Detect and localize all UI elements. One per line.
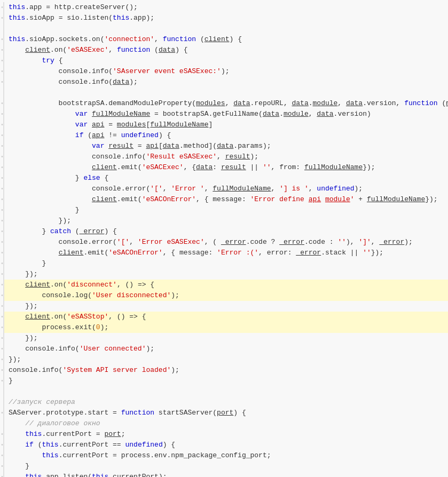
line-code: });	[4, 354, 448, 365]
line-code: }	[4, 205, 448, 216]
line-gutter	[0, 280, 4, 290]
code-line: }	[0, 461, 448, 472]
line-gutter	[0, 237, 4, 248]
code-line: } else {	[0, 173, 448, 184]
code-line: //запуск сервера	[0, 397, 448, 408]
line-gutter	[0, 66, 4, 77]
line-gutter	[0, 120, 4, 130]
code-line: this.sioApp.sockets.on('connection', fun…	[0, 34, 448, 45]
line-gutter	[0, 322, 4, 333]
code-line: client.on('eSASExec', function (data) {	[0, 45, 448, 55]
code-line: }	[0, 205, 448, 216]
code-line	[0, 88, 448, 98]
code-line: console.error('[', 'Error eSASExec', ( _…	[0, 237, 448, 248]
line-gutter	[0, 429, 4, 440]
line-code: if (api != undefined) {	[4, 130, 448, 141]
code-line: client.emit('eSACOnError', { message: 'E…	[0, 194, 448, 205]
code-line: bootstrapSA.demandModuleProperty(modules…	[0, 98, 448, 109]
line-code: client.on('eSASExec', function (data) {	[4, 45, 448, 55]
line-gutter	[0, 290, 4, 301]
line-gutter	[0, 258, 4, 269]
line-code: var fullModuleName = bootstrapSA.getFull…	[4, 109, 448, 120]
line-gutter	[0, 344, 4, 354]
code-editor: this.app = http.createServer();this.sioA…	[0, 0, 448, 477]
code-line: // диалоговое окно	[0, 418, 448, 429]
line-code: client.emit('eSACOnError', { message: 'E…	[4, 248, 448, 258]
code-line: this.currentPort = process.env.npm_packa…	[0, 450, 448, 461]
line-gutter	[0, 461, 4, 472]
line-gutter	[0, 109, 4, 120]
line-code	[4, 88, 448, 98]
line-code: client.on('eSASStop', () => {	[4, 312, 448, 322]
line-code: console.info('User connected');	[4, 344, 448, 354]
line-code: });	[4, 333, 448, 344]
line-code: try {	[4, 55, 448, 66]
code-line: }	[0, 376, 448, 386]
code-line: var result = api[data.method](data.param…	[0, 141, 448, 152]
line-gutter	[0, 376, 4, 386]
line-gutter	[0, 162, 4, 173]
line-code: this.sioApp = sio.listen(this.app);	[4, 13, 448, 23]
line-gutter	[0, 312, 4, 322]
code-line: console.info('Result eSASExec', result);	[0, 152, 448, 162]
line-gutter	[0, 23, 4, 34]
line-code: bootstrapSA.demandModuleProperty(modules…	[4, 98, 448, 109]
line-gutter	[0, 130, 4, 141]
line-code: // диалоговое окно	[4, 418, 448, 429]
code-line: client.emit('eSACOnError', { message: 'E…	[0, 248, 448, 258]
line-code: this.app = http.createServer();	[4, 2, 448, 13]
line-code: console.log('User disconnected');	[4, 290, 448, 301]
code-line: client.on('eSASStop', () => {	[0, 312, 448, 322]
line-code: var result = api[data.method](data.param…	[4, 141, 448, 152]
line-gutter	[0, 152, 4, 162]
line-code: process.exit(0);	[4, 322, 448, 333]
code-line: var fullModuleName = bootstrapSA.getFull…	[0, 109, 448, 120]
line-gutter	[0, 418, 4, 429]
line-gutter	[0, 141, 4, 152]
line-code: this.app.listen(this.currentPort);	[4, 472, 448, 477]
line-code: console.error('[', 'Error eSASExec', ( _…	[4, 237, 448, 248]
line-code: console.info('SAserver event eSASExec:')…	[4, 66, 448, 77]
code-line: process.exit(0);	[0, 322, 448, 333]
line-gutter	[0, 173, 4, 184]
line-code: console.info('System API server loaded')…	[4, 365, 448, 376]
code-line: if (api != undefined) {	[0, 130, 448, 141]
line-code: console.info(data);	[4, 77, 448, 88]
line-gutter	[0, 55, 4, 66]
line-gutter	[0, 88, 4, 98]
code-line: });	[0, 301, 448, 312]
line-code: SAServer.prototype.start = function star…	[4, 408, 448, 418]
code-line: });	[0, 333, 448, 344]
line-gutter	[0, 184, 4, 194]
code-line: } catch (_error) {	[0, 226, 448, 237]
line-gutter	[0, 386, 4, 397]
line-gutter	[0, 226, 4, 237]
line-code: client.on('disconnect', () => {	[4, 280, 448, 290]
code-line: console.log('User disconnected');	[0, 290, 448, 301]
code-line: console.info('System API server loaded')…	[0, 365, 448, 376]
code-line: this.currentPort = port;	[0, 429, 448, 440]
line-code: });	[4, 301, 448, 312]
line-gutter	[0, 397, 4, 408]
code-line: this.app = http.createServer();	[0, 2, 448, 13]
line-gutter	[0, 408, 4, 418]
line-gutter	[0, 248, 4, 258]
line-gutter	[0, 269, 4, 280]
code-line: this.app.listen(this.currentPort);	[0, 472, 448, 477]
line-code: //запуск сервера	[4, 397, 448, 408]
code-line: SAServer.prototype.start = function star…	[0, 408, 448, 418]
line-code: }	[4, 461, 448, 472]
line-code: }	[4, 258, 448, 269]
line-code: client.emit('eSACOnError', { message: 'E…	[4, 194, 448, 205]
line-gutter	[0, 77, 4, 88]
code-line	[0, 386, 448, 397]
line-gutter	[0, 2, 4, 13]
line-gutter	[0, 194, 4, 205]
line-code: });	[4, 269, 448, 280]
code-line: console.info(data);	[0, 77, 448, 88]
line-gutter	[0, 13, 4, 23]
line-code: this.sioApp.sockets.on('connection', fun…	[4, 34, 448, 45]
line-gutter	[0, 216, 4, 226]
line-gutter	[0, 333, 4, 344]
code-line: var api = modules[fullModuleName]	[0, 120, 448, 130]
